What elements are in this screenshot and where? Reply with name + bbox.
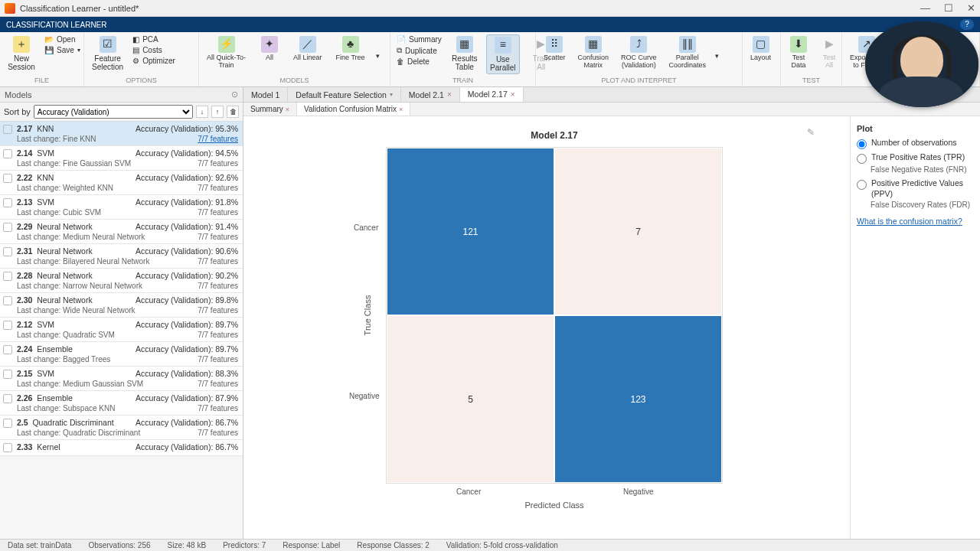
- maximize-button[interactable]: ☐: [944, 2, 953, 14]
- ribbon-section-label: MODELS: [204, 77, 385, 86]
- models-list[interactable]: 2.17 KNNAccuracy (Validation): 95.3% Las…: [0, 122, 243, 539]
- status-response: Response: Label: [283, 541, 340, 549]
- model-checkbox[interactable]: [3, 125, 12, 134]
- pca-button[interactable]: ◧PCA: [131, 34, 177, 44]
- model-item[interactable]: 2.26 EnsembleAccuracy (Validation): 87.9…: [0, 391, 243, 416]
- sort-asc-button[interactable]: ↓: [196, 106, 208, 118]
- model-item[interactable]: 2.31 Neural NetworkAccuracy (Validation)…: [0, 244, 243, 269]
- tab-model-2-17[interactable]: Model 2.17×: [460, 87, 524, 102]
- tab-model-2-1[interactable]: Model 2.1×: [401, 87, 460, 102]
- train-all-button[interactable]: ▶Train All: [524, 34, 558, 73]
- help-link[interactable]: What is the confusion matrix?: [857, 217, 974, 226]
- model-item[interactable]: 2.13 SVMAccuracy (Validation): 91.8% Las…: [0, 195, 243, 220]
- model-linear-button[interactable]: ／All Linear: [290, 34, 325, 64]
- doc-icon: 📄: [397, 35, 406, 44]
- model-checkbox[interactable]: [3, 370, 12, 379]
- ribbon: ＋New Session 📂Open 💾Save▾ FILE ☑Feature …: [0, 32, 980, 87]
- panel-gear-icon[interactable]: ⊙: [231, 90, 238, 99]
- opt-fnr-sub: False Negative Rates (FNR): [871, 165, 974, 174]
- app-logo-icon: [5, 3, 15, 14]
- model-checkbox[interactable]: [3, 394, 12, 403]
- subtab-validation-confusion-matrix[interactable]: Validation Confusion Matrix×: [297, 103, 410, 116]
- parallel-coord-button[interactable]: ‖‖Parallel Coordinates: [666, 34, 710, 71]
- sortby-select[interactable]: Accuracy (Validation): [34, 105, 193, 119]
- model-item[interactable]: 2.30 Neural NetworkAccuracy (Validation)…: [0, 293, 243, 318]
- optimizer-button[interactable]: ⚙Optimizer: [131, 56, 177, 66]
- layout-button[interactable]: ▢Layout: [747, 34, 774, 64]
- gear-icon: ⚙: [132, 57, 139, 65]
- use-parallel-button[interactable]: ≡Use Parallel: [486, 34, 520, 74]
- all-icon: ✦: [261, 36, 278, 53]
- y-tick-1: Negative: [349, 392, 379, 400]
- parallel-icon: ≡: [495, 37, 511, 54]
- model-item[interactable]: 2.28 Neural NetworkAccuracy (Validation)…: [0, 269, 243, 293]
- help-icon[interactable]: ?: [960, 19, 974, 30]
- model-item[interactable]: 2.12 SVMAccuracy (Validation): 89.7% Las…: [0, 318, 243, 342]
- status-size: Size: 48 kB: [168, 541, 207, 549]
- model-item[interactable]: 2.29 Neural NetworkAccuracy (Validation)…: [0, 220, 243, 244]
- model-checkbox[interactable]: [3, 419, 12, 428]
- summary-button[interactable]: 📄Summary: [395, 34, 443, 44]
- model-item[interactable]: 2.17 KNNAccuracy (Validation): 95.3% Las…: [0, 122, 243, 146]
- table-icon: ▦: [456, 36, 473, 53]
- save-button[interactable]: 💾Save▾: [43, 45, 82, 55]
- model-item[interactable]: 2.24 EnsembleAccuracy (Validation): 89.7…: [0, 342, 243, 367]
- tree-icon: ♣: [342, 36, 359, 53]
- model-item[interactable]: 2.5 Quadratic DiscriminantAccuracy (Vali…: [0, 416, 243, 440]
- confusion-matrix-button[interactable]: ▦Confusion Matrix: [575, 34, 612, 71]
- sort-desc-button[interactable]: ↑: [211, 106, 224, 118]
- window-title: Classification Learner - untitled*: [20, 4, 139, 13]
- open-button[interactable]: 📂Open: [43, 34, 82, 44]
- window-titlebar: Classification Learner - untitled* — ☐ ✕: [0, 0, 980, 17]
- models-dropdown[interactable]: ▾: [376, 52, 380, 60]
- model-checkbox[interactable]: [3, 149, 12, 158]
- plot-dropdown[interactable]: ▾: [715, 52, 719, 60]
- opt-fdr-sub: False Discovery Rates (FDR): [871, 201, 974, 209]
- costs-button[interactable]: ▤Costs: [131, 45, 177, 55]
- folder-icon: 📂: [44, 35, 54, 44]
- model-item[interactable]: 2.22 KNNAccuracy (Validation): 92.6% Las…: [0, 171, 243, 195]
- tab-model-1[interactable]: Model 1: [243, 87, 288, 102]
- model-checkbox[interactable]: [3, 223, 12, 232]
- test-data-button[interactable]: ⬇Test Data: [786, 34, 812, 71]
- edit-chart-icon[interactable]: ✎: [807, 127, 815, 138]
- model-item[interactable]: 2.33 KernelAccuracy (Validation): 86.7%: [0, 440, 243, 456]
- minimize-button[interactable]: —: [920, 2, 930, 14]
- model-tree-button[interactable]: ♣Fine Tree: [333, 34, 368, 64]
- model-checkbox[interactable]: [3, 321, 12, 330]
- x-tick-0: Cancer: [456, 487, 481, 496]
- cm-cell-0-1: 7: [554, 148, 722, 315]
- plot-options-panel: Plot Number of observations True Positiv…: [850, 116, 980, 539]
- delete-model-button[interactable]: 🗑: [227, 106, 239, 118]
- model-checkbox[interactable]: [3, 272, 12, 281]
- subtab-summary[interactable]: Summary×: [243, 103, 297, 116]
- model-checkbox[interactable]: [3, 247, 12, 256]
- delete-button[interactable]: 🗑Delete: [395, 57, 443, 67]
- model-all-button[interactable]: ✦All: [256, 34, 283, 64]
- save-icon: 💾: [44, 46, 54, 54]
- model-quick-button[interactable]: ⚡All Quick-To- Train: [204, 34, 249, 71]
- feature-selection-button[interactable]: ☑Feature Selection: [89, 34, 126, 73]
- ribbon-section-label: FILE: [5, 77, 79, 86]
- model-item[interactable]: 2.14 SVMAccuracy (Validation): 94.5% Las…: [0, 146, 243, 171]
- model-checkbox[interactable]: [3, 174, 12, 183]
- test-all-button[interactable]: ▶Test All: [816, 34, 842, 71]
- presenter-webcam: [865, 21, 978, 107]
- results-table-button[interactable]: ▦Results Table: [448, 34, 482, 73]
- opt-tpr-fnr[interactable]: True Positive Rates (TPR): [857, 152, 974, 164]
- opt-ppv-fdr[interactable]: Positive Predictive Values (PPV): [857, 178, 974, 199]
- duplicate-button[interactable]: ⧉Duplicate: [395, 45, 443, 56]
- model-checkbox[interactable]: [3, 345, 12, 354]
- x-tick-1: Negative: [623, 487, 653, 496]
- model-item[interactable]: 2.15 SVMAccuracy (Validation): 88.3% Las…: [0, 367, 243, 391]
- close-button[interactable]: ✕: [967, 2, 975, 14]
- status-classes: Response Classes: 2: [357, 541, 430, 549]
- model-checkbox[interactable]: [3, 296, 12, 305]
- layout-icon: ▢: [753, 36, 769, 53]
- roc-button[interactable]: ⤴ROC Curve (Validation): [618, 34, 660, 71]
- tab-default-feature-selection[interactable]: Default Feature Selection▾: [288, 87, 400, 102]
- model-checkbox[interactable]: [3, 443, 12, 452]
- opt-number-observations[interactable]: Number of observations: [857, 138, 974, 149]
- new-session-button[interactable]: ＋New Session: [5, 34, 38, 73]
- model-checkbox[interactable]: [3, 198, 12, 207]
